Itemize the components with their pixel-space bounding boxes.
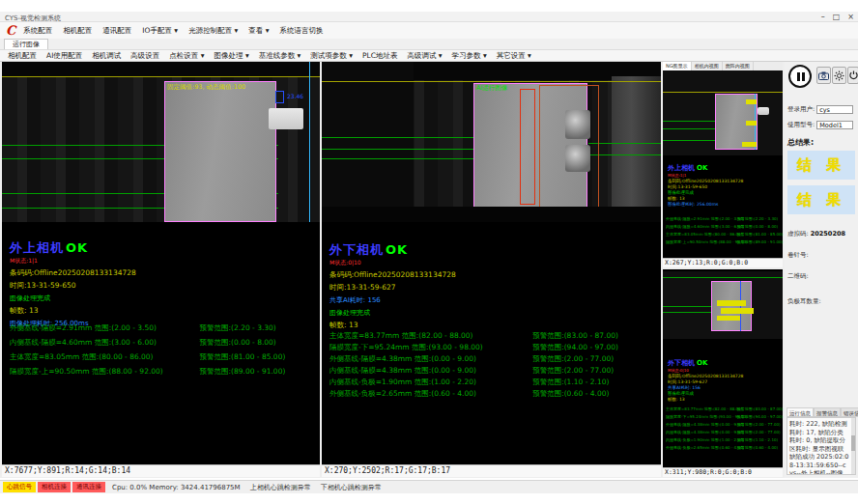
tool-camera-debug[interactable]: 相机调试: [92, 51, 121, 61]
log-scrollbar[interactable]: [851, 418, 855, 474]
settings-button[interactable]: [832, 67, 846, 84]
camera-snapshot-button[interactable]: [816, 67, 831, 84]
pause-button[interactable]: [788, 65, 812, 88]
minimize-icon[interactable]: –: [821, 12, 825, 22]
camera-name: 外下相机: [329, 242, 384, 257]
measurement-value: 内侧基线-负极=1.90mm 范围:(1.00 - 2.20): [666, 437, 737, 442]
tool-plc-address[interactable]: PLC地址表: [362, 51, 397, 61]
measurement-row: 内侧基线-隔膜=4.38mm 范围:(0.00 - 9.00) 预警范围:(2.…: [329, 365, 657, 377]
measurement-row: 内侧基线-负极=1.90mm 范围:(1.00 - 2.20) 预警范围:(1.…: [666, 435, 781, 443]
menu-camera-config[interactable]: 相机配置: [63, 26, 92, 36]
preview-lower: 外下相机OK M状态:0|10 条码码:Offline2025020813313…: [663, 269, 783, 477]
tab-run-image[interactable]: 运行图像: [4, 39, 48, 49]
measurement-row: 隔膜宽度-上=90.50mm 范围:(88.00 - 92.00) 预警范围:(…: [10, 364, 316, 378]
baseline-green-line: [663, 306, 711, 307]
power-icon: [849, 70, 858, 80]
measurement-row: 外侧基线-隔膜=4.38mm 范围:(0.00 - 9.00) 预警范围:(2.…: [329, 353, 657, 365]
preview-tab-camera-view[interactable]: 相机内视图: [692, 62, 723, 70]
measurement-warn: 预警范围:(81.00 - 85.00): [200, 352, 316, 362]
measurement-value: 外侧基线-隔膜=4.38mm 范围:(0.00 - 9.00): [666, 422, 737, 427]
log-scrollbar-thumb[interactable]: [851, 435, 855, 451]
title-bar: CYS-视觉检测系统 – □ ×: [0, 12, 858, 22]
exit-button[interactable]: [847, 67, 858, 84]
preview-image-upper[interactable]: [663, 70, 783, 155]
tool-learn-params[interactable]: 学习参数 ▾: [452, 51, 487, 61]
menu-language-switch[interactable]: 系统语言切换: [279, 26, 323, 36]
measurement-warn: 预警范围:(1.10 - 2.10): [737, 437, 781, 442]
roller-highlight: [565, 145, 590, 172]
time-text: 时间:13-31-59-650: [668, 184, 743, 189]
menu-view[interactable]: 查看 ▾: [248, 26, 269, 36]
menu-system-config[interactable]: 系统配置: [23, 26, 52, 36]
login-user-row: 登录用户: cys: [787, 104, 857, 115]
tool-advanced-settings[interactable]: 高级设置: [130, 51, 159, 61]
measurement-value: 外侧基线-负极=2.65mm 范围:(0.60 - 4.00): [666, 445, 737, 450]
measurement-list-lower: 主体宽度=83.77mm 范围:(82.00 - 88.00) 预警范围:(83…: [329, 330, 657, 400]
upper-camera-warning: 上相机心跳检测异常: [250, 483, 311, 492]
measurement-warn: 预警范围:(2.00 - 77.00): [737, 430, 781, 434]
tool-ai-usage[interactable]: AI使用配置: [46, 51, 82, 61]
camera-result-title: 外上相机OK: [10, 239, 136, 257]
menu-io-config[interactable]: IO手配置 ▾: [142, 26, 178, 36]
tab-alarm-info[interactable]: 报警信息: [814, 407, 841, 417]
measurement-row: 内侧基线-隔膜=4.60mm 范围:(3.00 - 6.00) 预警范围:(0.…: [666, 222, 781, 230]
maximize-icon[interactable]: □: [833, 12, 841, 22]
defect-tag: [717, 300, 746, 306]
preview-measurements-upper: 外侧基线-隔膜=2.91mm 范围:(2.00 - 3.50) 预警范围:(2.…: [666, 214, 781, 245]
status-bar: 心跳信号 相机连接 通讯连接 Cpu: 0.0% Memory: 3424.41…: [0, 480, 858, 493]
preview-image-lower[interactable]: [663, 271, 783, 339]
m-status: M状态:0|10: [329, 259, 456, 267]
camera-icon: [818, 71, 829, 80]
camera-image-upper[interactable]: 固定阈值:93, 动态阈值:100 23.46: [2, 62, 320, 222]
pixel-coord-bar-preview-lower: X:311;Y:980;R:0;G:0;B:0: [663, 467, 783, 477]
menu-comm-config[interactable]: 通讯配置: [102, 26, 131, 36]
roller-highlight: [565, 110, 590, 139]
tool-camera-config[interactable]: 相机配置: [8, 51, 37, 61]
pixel-coord-bar-preview-upper: X:267;Y:13;R:0;G:0;B:0: [663, 258, 783, 267]
measurement-row: 外侧基线-隔膜=2.91mm 范围:(2.00 - 3.50) 预警范围:(2.…: [666, 214, 781, 222]
frame-count-text: 帧数: 13: [10, 306, 136, 316]
measurement-row: 外侧基线-负极=2.65mm 范围:(0.60 - 4.00) 预警范围:(0.…: [329, 388, 657, 400]
camera-image-lower[interactable]: AI运行图像: [322, 62, 661, 222]
tab-run-info[interactable]: 运行信息: [786, 407, 814, 417]
detect-roi-box: [275, 91, 284, 103]
tool-other-settings[interactable]: 其它设置 ▾: [497, 51, 531, 61]
tool-baseline-params[interactable]: 基准线参数 ▾: [259, 51, 301, 61]
baseline-green-line: [663, 128, 717, 129]
tool-image-process[interactable]: 图像处理 ▾: [214, 51, 249, 61]
measurement-value: 主体宽度=83.05mm 范围:(80.00 - 86.00): [666, 232, 737, 237]
defect-tag: [746, 99, 757, 104]
tool-test-params[interactable]: 测试项参数 ▾: [310, 51, 353, 61]
frame-count-text: 帧数: 13: [668, 196, 743, 201]
measurement-value: 内侧基线-负极=1.90mm 范围:(1.00 - 2.20): [329, 378, 532, 387]
measurement-row: 外侧基线-隔膜=2.91mm 范围:(2.00 - 3.50) 预警范围:(2.…: [10, 321, 316, 335]
close-icon[interactable]: ×: [847, 12, 854, 22]
measurement-warn: 预警范围:(94.00 - 97.00): [737, 414, 781, 419]
barcode-text: 条码码:Offline20250208133134728: [668, 374, 743, 378]
preview-tab-ng[interactable]: NG图显示: [663, 62, 692, 70]
run-log-text: 耗时: 222, 缺陷检测耗时: 17, 缺陷分类耗时: 0, 缺陷提取分区耗时…: [786, 417, 856, 475]
result-box-lower: 结 果: [787, 185, 855, 214]
tool-spot-check[interactable]: 点检设置 ▾: [169, 51, 204, 61]
m-status: M状态:0|10: [668, 368, 743, 373]
model-input[interactable]: Model1: [816, 121, 853, 129]
threshold-overlay-label: 固定阈值:93, 动态阈值:100: [167, 83, 245, 92]
camera-result-title: 外下相机OK: [668, 358, 743, 368]
m-status: M状态:1|1: [668, 173, 743, 178]
tool-advanced-debug[interactable]: 高级调试 ▾: [407, 51, 442, 61]
barcode-text: 条码码:Offline20250208133134728: [668, 179, 743, 183]
tab-error-info[interactable]: 错误信息: [841, 407, 858, 417]
preview-tab-area-view[interactable]: 面阵内视图: [723, 62, 754, 70]
login-user-input[interactable]: cys: [816, 105, 853, 114]
measurement-row: 主体宽度=83.05mm 范围:(80.00 - 86.00) 预警范围:(81…: [666, 230, 781, 238]
baseline-green-line: [663, 121, 717, 122]
sidebar-buttons: [786, 64, 856, 93]
image-dark-left: [322, 62, 414, 222]
result-text: 结 果: [797, 191, 845, 210]
measurement-row: 主体宽度=83.77mm 范围:(82.00 - 88.00) 预警范围:(83…: [666, 405, 781, 412]
preview-measurements-lower: 主体宽度=83.77mm 范围:(82.00 - 88.00) 预警范围:(83…: [666, 405, 781, 451]
baseline-yellow-line: [322, 81, 661, 82]
menu-light-config[interactable]: 光源控制配置 ▾: [188, 26, 238, 36]
baseline-green-line: [322, 137, 474, 138]
defect-tag: [742, 142, 757, 147]
